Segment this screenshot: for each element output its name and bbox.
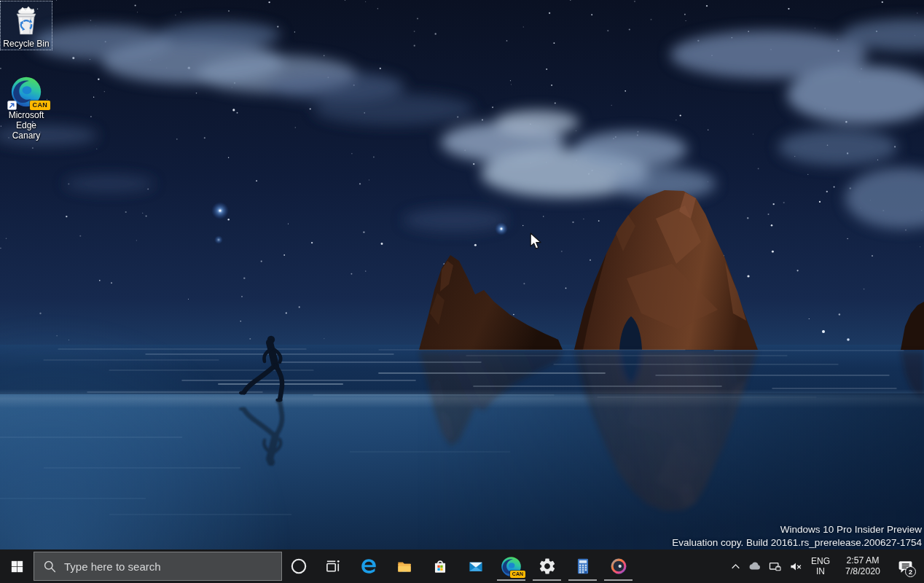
watermark-line1: Windows 10 Pro Insider Preview: [672, 523, 922, 536]
search-icon: [43, 560, 57, 574]
network-icon: [767, 559, 783, 574]
search-placeholder: Type here to search: [64, 560, 161, 573]
taskbar-app-file-explorer[interactable]: [386, 549, 422, 583]
notification-count-badge: 2: [905, 566, 916, 577]
taskbar-app-store[interactable]: [422, 549, 458, 583]
edge-canary-icon: CAN: [10, 74, 42, 108]
canary-channel-badge: CAN: [30, 101, 50, 110]
taskbar-app-task-view[interactable]: [315, 549, 351, 583]
desktop-icon-edge-canary[interactable]: CAN Microsoft Edge Canary: [0, 72, 52, 142]
start-button[interactable]: [0, 549, 34, 583]
taskbar-app-mail[interactable]: [458, 549, 493, 583]
onedrive-cloud-icon: [747, 559, 762, 574]
chevron-up-icon: [728, 559, 743, 574]
settings-gear-icon: [538, 557, 557, 576]
taskbar-app-media[interactable]: [600, 549, 636, 583]
tray-onedrive[interactable]: [744, 549, 764, 583]
cortana-icon: [290, 557, 308, 575]
tray-language-indicator[interactable]: ENG IN: [805, 549, 836, 583]
edge-icon: [359, 557, 378, 576]
shortcut-arrow-icon: [7, 100, 17, 109]
language-primary: ENG: [811, 556, 830, 566]
cortana-button[interactable]: [282, 549, 315, 583]
wallpaper-night-beach: [0, 0, 924, 549]
tray-clock[interactable]: 2:57 AM 7/8/2020: [836, 549, 890, 583]
desktop-icon-label: Recycle Bin: [3, 39, 49, 49]
taskbar-app-calculator[interactable]: [565, 549, 600, 583]
desktop-icon-label: Microsoft Edge Canary: [1, 110, 52, 141]
desktop: Recycle Bin CAN Microsoft Edge Canary Wi…: [0, 0, 924, 549]
task-view-icon: [324, 557, 342, 576]
mail-icon: [466, 557, 485, 576]
taskbar-app-settings[interactable]: [529, 549, 565, 583]
windows-logo-icon: [11, 560, 23, 573]
watermark-line2: Evaluation copy. Build 20161.rs_prerelea…: [672, 536, 922, 549]
system-tray: ENG IN 2:57 AM 7/8/2020 2: [727, 549, 924, 583]
canary-channel-badge: CAN: [510, 571, 525, 578]
gradient-disc-icon: [609, 557, 628, 576]
clock-date: 7/8/2020: [845, 566, 880, 577]
tray-network[interactable]: [764, 549, 785, 583]
recycle-bin-icon: [10, 3, 42, 36]
taskbar-app-edge[interactable]: [351, 549, 386, 583]
file-explorer-icon: [395, 557, 414, 576]
clock-time: 2:57 AM: [846, 555, 879, 566]
taskbar: Type here to search CAN: [0, 549, 924, 583]
tray-volume[interactable]: [785, 549, 805, 583]
insider-watermark: Windows 10 Pro Insider Preview Evaluatio…: [672, 523, 922, 549]
microsoft-store-icon: [431, 557, 450, 576]
calculator-icon: [573, 557, 592, 576]
taskbar-search-box[interactable]: Type here to search: [34, 552, 282, 581]
desktop-icon-recycle-bin[interactable]: Recycle Bin: [0, 1, 52, 50]
show-hidden-icons-button[interactable]: [727, 549, 744, 583]
volume-muted-icon: [788, 559, 803, 574]
mouse-cursor: [530, 232, 543, 251]
language-secondary: IN: [816, 566, 825, 576]
taskbar-app-edge-canary[interactable]: CAN: [493, 549, 529, 583]
action-center-button[interactable]: 2: [890, 549, 920, 583]
